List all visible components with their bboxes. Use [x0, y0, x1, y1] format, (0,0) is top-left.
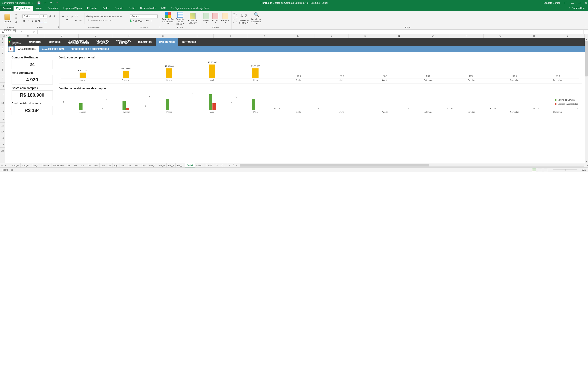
- sheet-tab[interactable]: Mar: [79, 163, 86, 167]
- delete-cells-button[interactable]: Excluir: [212, 13, 219, 24]
- scrollbar-thumb[interactable]: [240, 164, 429, 166]
- undo-icon[interactable]: ↶: [44, 1, 46, 4]
- column-headers[interactable]: A B CDEFGHIJKLMNOPQRS: [0, 34, 588, 38]
- zoom-slider[interactable]: [553, 169, 577, 170]
- collapse-ribbon-icon[interactable]: ˄: [584, 11, 588, 30]
- column-header[interactable]: H: [180, 34, 214, 38]
- tell-me-search[interactable]: Diga-me o que você deseja fazer: [171, 6, 209, 11]
- sheet-tab[interactable]: Rel_F: [167, 163, 176, 167]
- dialog-launcher-icon[interactable]: [158, 27, 159, 28]
- percent-icon[interactable]: %: [135, 19, 138, 22]
- ribbon-tab[interactable]: Revisão: [112, 6, 126, 11]
- sheet-tab[interactable]: Dez: [140, 163, 148, 167]
- sheet-tab[interactable]: Dash3: [204, 163, 214, 167]
- hscroll-left-icon[interactable]: ◂: [236, 164, 237, 166]
- tab-scroll-left-icon[interactable]: ◂: [0, 163, 4, 167]
- align-top-icon[interactable]: ⬘: [62, 15, 65, 18]
- sheet-tab[interactable]: Nov: [133, 163, 140, 167]
- increase-font-icon[interactable]: A: [49, 15, 52, 18]
- hscroll-right-icon[interactable]: ▸: [587, 164, 588, 166]
- row-header[interactable]: 19: [0, 141, 5, 148]
- dashboard-menu-item[interactable]: INSTRUÇÕES: [178, 38, 199, 46]
- decrease-font-icon[interactable]: A: [53, 15, 56, 18]
- column-header[interactable]: O: [416, 34, 450, 38]
- ribbon-tab[interactable]: Desenhar: [45, 6, 61, 11]
- decrease-decimal-icon[interactable]: .00→.0: [147, 19, 151, 22]
- user-name[interactable]: Leandro Borges: [544, 1, 560, 4]
- save-icon[interactable]: 💾: [37, 1, 41, 4]
- autosave-toggle[interactable]: Salvamento Automático: [2, 1, 33, 4]
- font-color-icon[interactable]: A: [44, 19, 47, 22]
- tab-file[interactable]: Arquivo: [0, 6, 14, 11]
- fill-icon[interactable]: ⭳: [234, 17, 237, 20]
- view-page-layout-icon[interactable]: [538, 168, 542, 171]
- expand-formula-bar-icon[interactable]: ˅: [583, 30, 588, 34]
- format-as-table-button[interactable]: Formatar como Tabela: [175, 12, 186, 25]
- scrollbar-thumb[interactable]: [585, 41, 588, 77]
- cut-icon[interactable]: ✂: [15, 13, 18, 16]
- autosum-icon[interactable]: Σ: [234, 13, 237, 16]
- font-name-select[interactable]: Calibri: [22, 15, 39, 18]
- column-header[interactable]: M: [348, 34, 382, 38]
- dashboard-menu-item[interactable]: FORMULÁRIO DEORDEM DE COMPRA: [64, 38, 93, 46]
- row-header[interactable]: 20: [0, 148, 5, 154]
- sheet-tab[interactable]: Dash1: [185, 163, 195, 167]
- indent-increase-icon[interactable]: ⇥: [79, 19, 82, 22]
- redo-icon[interactable]: ↷: [50, 1, 52, 4]
- border-icon[interactable]: ▦: [35, 19, 38, 22]
- font-size-select[interactable]: 12: [40, 15, 47, 18]
- format-cells-button[interactable]: Formatar: [221, 13, 230, 24]
- sort-filter-button[interactable]: A↓ZClassificar e Filtrar: [238, 13, 249, 24]
- zoom-in-icon[interactable]: +: [579, 169, 580, 171]
- macro-record-icon[interactable]: ▦: [11, 168, 13, 171]
- sheet-tab[interactable]: Rel_C: [176, 163, 185, 167]
- conditional-formatting-button[interactable]: Formatação Condicional: [162, 12, 173, 25]
- paste-button[interactable]: Colar: [2, 14, 13, 23]
- scroll-down-icon[interactable]: ▼: [585, 160, 588, 163]
- sheet-tab[interactable]: Cotação: [40, 163, 52, 167]
- view-normal-icon[interactable]: [532, 168, 536, 171]
- sheet-tab[interactable]: D ...: [220, 163, 227, 167]
- column-header[interactable]: L: [315, 34, 348, 38]
- column-header[interactable]: K: [281, 34, 315, 38]
- sheet-tab[interactable]: Cad_P: [11, 163, 21, 167]
- row-header[interactable]: 15: [0, 116, 5, 123]
- sheet-tab[interactable]: Out: [126, 163, 133, 167]
- insert-cells-button[interactable]: Inserir: [202, 13, 210, 24]
- ribbon-tab[interactable]: Desenvolvedor: [137, 6, 159, 11]
- column-header[interactable]: D: [45, 34, 78, 38]
- fx-icon[interactable]: fx: [33, 30, 35, 33]
- share-button[interactable]: ⇪ Compartilhar: [569, 6, 588, 11]
- currency-icon[interactable]: 💲: [130, 19, 133, 22]
- align-right-icon[interactable]: ≡: [70, 19, 73, 22]
- number-format-select[interactable]: Geral: [130, 15, 158, 18]
- select-all-corner[interactable]: [0, 34, 5, 38]
- qat-customize-icon[interactable]: [56, 1, 58, 4]
- sheet-tab[interactable]: Mai: [93, 163, 100, 167]
- column-header[interactable]: Q: [483, 34, 517, 38]
- dialog-launcher-icon[interactable]: [57, 27, 59, 28]
- new-sheet-button[interactable]: ⊕: [227, 163, 232, 167]
- sheet-tab[interactable]: Jun: [100, 163, 107, 167]
- column-header[interactable]: I: [214, 34, 247, 38]
- dashboard-submenu-item[interactable]: ANÁLISE GERAL: [15, 46, 39, 52]
- row-header[interactable]: 11: [0, 90, 5, 99]
- column-header[interactable]: R: [517, 34, 551, 38]
- row-header[interactable]: 1: [0, 38, 5, 40]
- row-header[interactable]: 17: [0, 129, 5, 135]
- formula-input[interactable]: [38, 30, 583, 34]
- dashboard-menu-item[interactable]: DASHBOARDS: [156, 38, 178, 46]
- merge-center-button[interactable]: ⊟Mesclar e Centralizar: [87, 19, 122, 22]
- scroll-up-icon[interactable]: ▲: [585, 38, 588, 41]
- sheet-tab[interactable]: INI: [214, 163, 220, 167]
- underline-icon[interactable]: S: [31, 19, 34, 22]
- column-header[interactable]: P: [450, 34, 483, 38]
- dashboard-menu-item[interactable]: CADASTRO: [26, 38, 45, 46]
- dialog-launcher-icon[interactable]: [18, 27, 19, 28]
- row-header[interactable]: 5: [0, 58, 5, 66]
- cell-styles-button[interactable]: Estilos de Célula: [187, 13, 198, 24]
- sheet-tab[interactable]: Dash2: [195, 163, 204, 167]
- dashboard-menu-item[interactable]: VARIAÇÃO DEPREÇOS: [113, 38, 135, 46]
- ribbon-tab[interactable]: Exibir: [126, 6, 137, 11]
- worksheet-grid[interactable]: 123457810111314151617181920 💡 LUZPlanilh…: [0, 38, 588, 163]
